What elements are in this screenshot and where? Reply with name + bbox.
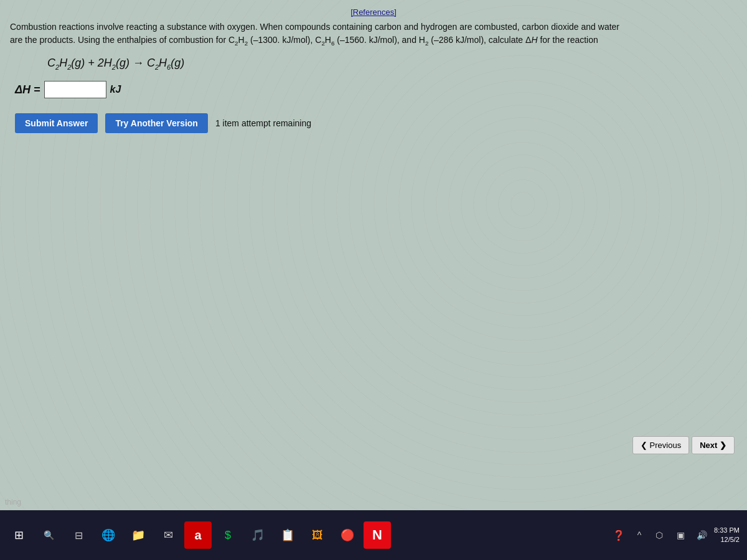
question-icon-button[interactable]: ❓ — [609, 526, 628, 544]
main-content: [References] Combustion reactions involv… — [0, 0, 747, 510]
task-view-icon: ⊟ — [75, 530, 83, 541]
acrobat-icon: a — [194, 528, 201, 543]
gallery-icon: 🖼 — [312, 529, 323, 542]
network-icon-button[interactable]: ⬡ — [651, 521, 668, 549]
folder-icon: 📁 — [131, 528, 145, 542]
music-button[interactable]: 🎵 — [244, 521, 271, 549]
try-another-version-button[interactable]: Try Another Version — [105, 113, 208, 133]
edge-browser-button[interactable]: 🌐 — [95, 521, 122, 549]
delta-h-row: ΔH = kJ — [15, 81, 737, 98]
navigation-buttons: ❮ Previous Next ❯ — [632, 436, 735, 454]
search-button[interactable]: 🔍 — [35, 521, 62, 549]
delta-h-label: ΔH = — [15, 83, 40, 96]
references-link[interactable]: [References] — [10, 5, 737, 21]
windows-icon: ⊞ — [14, 528, 24, 542]
time-date[interactable]: 8:33 PM 12/5/2 — [714, 526, 740, 545]
taskbar: ⊞ 🔍 ⊟ 🌐 📁 ✉ a $ 🎵 📋 🖼 🔴 N — [0, 510, 747, 560]
mail-icon: ✉ — [164, 528, 173, 542]
attempt-remaining-text: 1 item attempt remaining — [215, 118, 311, 128]
current-time: 8:33 PM — [714, 526, 740, 535]
photos-icon: 📋 — [281, 528, 294, 542]
game-button[interactable]: 🔴 — [334, 521, 361, 549]
display-icon: ▣ — [677, 530, 685, 540]
acrobat-button[interactable]: a — [184, 521, 212, 549]
next-button[interactable]: Next ❯ — [692, 436, 735, 454]
start-button[interactable]: ⊞ — [5, 521, 32, 549]
system-tray: ❓ ^ ⬡ ▣ 🔊 8:33 PM 12/5/2 — [609, 521, 740, 549]
content-area: [References] Combustion reactions involv… — [0, 0, 747, 156]
chevron-up-icon: ^ — [637, 530, 642, 540]
display-button[interactable]: ▣ — [672, 521, 689, 549]
music-icon: 🎵 — [251, 528, 265, 542]
volume-button[interactable]: 🔊 — [693, 521, 710, 549]
netflix-icon: N — [372, 527, 382, 543]
corner-text: thing — [0, 495, 26, 509]
file-explorer-button[interactable]: 📁 — [125, 521, 152, 549]
photos-button[interactable]: 📋 — [274, 521, 301, 549]
finance-button[interactable]: $ — [214, 521, 242, 549]
finance-icon: $ — [225, 529, 231, 542]
buttons-row: Submit Answer Try Another Version 1 item… — [15, 113, 737, 133]
game-icon: 🔴 — [341, 528, 354, 542]
problem-text: Combustion reactions involve reacting a … — [10, 21, 620, 48]
delta-h-unit: kJ — [110, 84, 121, 95]
netflix-button[interactable]: N — [364, 521, 391, 549]
task-view-button[interactable]: ⊟ — [65, 521, 92, 549]
gallery-button[interactable]: 🖼 — [304, 521, 331, 549]
current-date: 12/5/2 — [714, 535, 740, 544]
previous-button[interactable]: ❮ Previous — [632, 436, 689, 454]
help-icon: ❓ — [613, 530, 625, 541]
network-icon: ⬡ — [655, 530, 663, 540]
delta-h-input[interactable] — [44, 81, 106, 98]
volume-icon: 🔊 — [697, 530, 707, 540]
up-arrow-button[interactable]: ^ — [632, 521, 647, 549]
submit-answer-button[interactable]: Submit Answer — [15, 113, 98, 133]
search-icon: 🔍 — [44, 530, 54, 540]
mail-button[interactable]: ✉ — [154, 521, 182, 549]
chemical-equation: C2H2(g) + 2H2(g) → C2H6(g) — [47, 57, 737, 71]
edge-icon: 🌐 — [101, 528, 115, 542]
